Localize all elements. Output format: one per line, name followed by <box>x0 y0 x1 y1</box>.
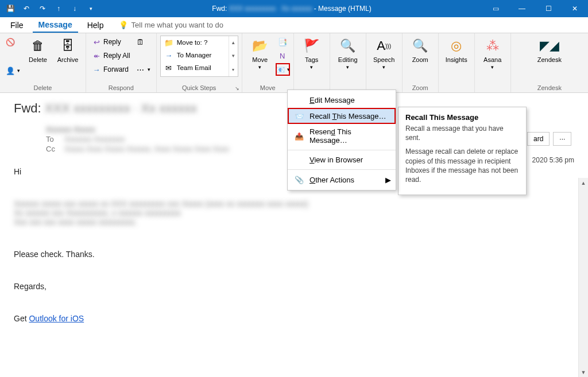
tell-me-search[interactable]: 💡 Tell me what you want to do <box>119 21 223 29</box>
vertical-scrollbar[interactable]: ▲ ▼ <box>578 178 588 377</box>
tab-help[interactable]: Help <box>82 18 110 32</box>
cc-value: Xxxxx Xxxx Xxxxx Xxxxxx, Xxxx Xxxxx Xxxx… <box>64 145 229 153</box>
outlook-ios-link[interactable]: Outlook for iOS <box>29 314 84 323</box>
editing-button[interactable]: 🔍 Editing▾ <box>334 36 362 72</box>
menu-separator <box>288 169 396 170</box>
quick-access-toolbar: 💾 ↶ ↷ ↑ ↓ ▾ <box>0 2 101 15</box>
speech-button[interactable]: A))) Speech▾ <box>370 36 399 72</box>
hidden-reply-bar: ard ··· <box>527 132 571 146</box>
redo-icon[interactable]: ↷ <box>36 2 49 15</box>
group-editing: 🔍 Editing▾ <box>330 33 366 92</box>
maximize-icon[interactable]: ☐ <box>535 0 562 17</box>
zendesk-button[interactable]: ◤◢ Zendesk <box>535 36 564 64</box>
lightbulb-icon: 💡 <box>119 21 128 29</box>
menu-view-in-browser[interactable]: View in Browser <box>288 152 396 168</box>
undo-icon[interactable]: ↶ <box>20 2 33 15</box>
recall-tooltip: Recall This Message Recall a message tha… <box>398 107 527 195</box>
more-actions-button[interactable]: ··· <box>553 132 571 146</box>
actions-dropdown[interactable]: 📧▾ <box>276 63 290 76</box>
delete-button[interactable]: 🗑 Delete <box>24 36 52 64</box>
body-signoff: Regards, <box>14 282 574 291</box>
window-controls: ▭ — ☐ ✕ <box>482 0 588 17</box>
next-item-icon[interactable]: ↓ <box>68 2 82 15</box>
minimize-icon[interactable]: — <box>509 0 535 17</box>
rules-button[interactable]: 📑 <box>276 36 290 48</box>
zoom-button[interactable]: 🔍 Zoom <box>406 36 435 64</box>
tags-button[interactable]: 🚩 Tags▾ <box>297 36 326 72</box>
zoom-icon: 🔍 <box>411 37 430 55</box>
zendesk-label: Zendesk <box>537 56 562 63</box>
tell-me-label: Tell me what you want to do <box>131 21 223 29</box>
asana-button[interactable]: ⁂ Asana▾ <box>478 36 507 72</box>
trash-icon: 🗑 <box>29 37 47 55</box>
more-respond-button[interactable]: ⋯▾ <box>134 63 153 76</box>
move-folder-icon: 📂 <box>251 37 269 55</box>
insights-icon: ◎ <box>447 37 466 55</box>
reply-all-button[interactable]: ↞Reply All <box>90 49 133 62</box>
group-asana: ⁂ Asana▾ <box>475 33 511 92</box>
ribbon: 🚫 👤▾ 🗑 Delete 🗄 Archive Delete ↩Reply ↞R… <box>0 33 588 93</box>
window-title: Fwd: XXX xxxxxxxxx · Xx xxxxxx - Message… <box>101 5 482 13</box>
to-value: Xxxxxxx Xxxxxxxx <box>64 135 125 143</box>
archive-button[interactable]: 🗄 Archive <box>53 36 82 64</box>
insights-label: Insights <box>446 56 467 63</box>
quick-steps-gallery[interactable]: 📁Move to: ? →To Manager ✉Team Email ▲▼▾ <box>160 36 238 77</box>
ignore-icon: 🚫 <box>6 37 15 46</box>
flag-icon: 🚩 <box>303 37 321 55</box>
group-move: 📂 Move▾ 📑 N 📧▾ Move <box>242 33 294 92</box>
menu-resend-message[interactable]: 📤Resend This Message… <box>288 124 396 148</box>
junk-button[interactable]: 👤▾ <box>3 64 22 77</box>
asana-icon: ⁂ <box>483 37 502 55</box>
reply-button[interactable]: ↩Reply <box>90 36 133 48</box>
mail-icon: ✉ <box>164 63 173 72</box>
menu-other-actions[interactable]: 📎Other Actions▶ <box>288 172 396 188</box>
qat-customize-icon[interactable]: ▾ <box>84 2 98 15</box>
gallery-down-icon[interactable]: ▼ <box>229 49 238 63</box>
signature-line: Get Outlook for iOS <box>14 314 574 323</box>
folder-move-icon: 📁 <box>164 38 173 47</box>
forward-button[interactable]: →Forward <box>90 63 133 76</box>
quick-step-move-to[interactable]: 📁Move to: ? <box>161 36 238 49</box>
tab-file[interactable]: File <box>5 18 29 32</box>
scroll-up-icon[interactable]: ▲ <box>579 178 588 188</box>
meeting-button[interactable]: 🗓 <box>134 36 153 48</box>
received-timestamp: 2020 5:36 pm <box>532 156 574 164</box>
group-zoom: 🔍 Zoom Zoom <box>403 33 439 92</box>
gallery-up-icon[interactable]: ▲ <box>229 36 238 49</box>
group-insights: ◎ Insights <box>439 33 475 92</box>
recall-icon: 📨 <box>295 111 304 121</box>
ignore-button[interactable]: 🚫 <box>3 36 22 48</box>
forward-icon: → <box>92 65 101 74</box>
titlebar: 💾 ↶ ↷ ↑ ↓ ▾ Fwd: XXX xxxxxxxxx · Xx xxxx… <box>0 0 588 17</box>
actions-icon: 📧 <box>276 65 285 74</box>
scroll-down-icon[interactable]: ▼ <box>579 367 588 377</box>
group-respond-label: Respond <box>86 84 156 92</box>
group-tags: 🚩 Tags▾ <box>294 33 330 92</box>
resend-icon: 📤 <box>295 131 304 141</box>
tab-message[interactable]: Message <box>33 18 78 33</box>
forward-partial-button[interactable]: ard <box>527 132 550 146</box>
prev-item-icon[interactable]: ↑ <box>52 2 65 15</box>
menu-edit-message[interactable]: Edit Message <box>288 92 396 108</box>
group-respond: ↩Reply ↞Reply All →Forward 🗓 ⋯▾ Respond <box>86 33 157 92</box>
dialog-launcher-icon[interactable]: ↘ <box>235 85 239 91</box>
close-icon[interactable]: ✕ <box>562 0 588 17</box>
menu-separator <box>288 150 396 150</box>
tooltip-line1: Recall a message that you have sent. <box>405 124 519 142</box>
menu-recall-message[interactable]: 📨Recall This Message… <box>288 108 396 124</box>
group-delete: 🚫 👤▾ 🗑 Delete 🗄 Archive Delete <box>0 33 86 92</box>
quick-step-to-manager[interactable]: →To Manager <box>161 49 238 61</box>
save-icon[interactable]: 💾 <box>3 2 17 15</box>
onenote-button[interactable]: N <box>276 49 290 62</box>
ribbon-tabs: File Message Help 💡 Tell me what you wan… <box>0 17 588 33</box>
archive-label: Archive <box>57 56 79 63</box>
ribbon-display-options-icon[interactable]: ▭ <box>482 0 509 17</box>
body-line: Please check. Thanks. <box>14 250 574 259</box>
group-delete-label: Delete <box>0 84 86 92</box>
gallery-more-icon[interactable]: ▾ <box>229 63 238 76</box>
read-aloud-icon: A))) <box>375 37 393 55</box>
other-actions-icon: 📎 <box>295 175 304 184</box>
insights-button[interactable]: ◎ Insights <box>442 36 471 64</box>
quick-step-team-email[interactable]: ✉Team Email <box>161 61 238 74</box>
move-button[interactable]: 📂 Move▾ <box>246 36 274 72</box>
